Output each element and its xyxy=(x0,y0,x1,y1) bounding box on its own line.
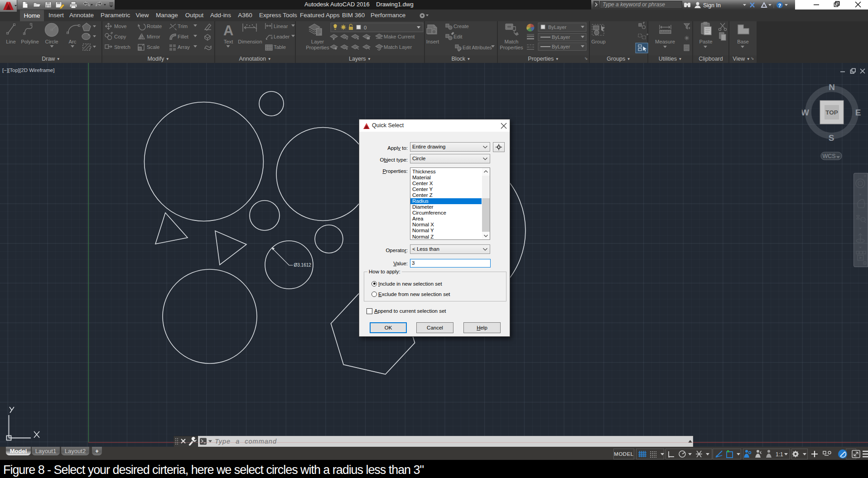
svg-text:E: E xyxy=(855,108,861,117)
svg-text:W: W xyxy=(802,108,809,117)
svg-text:WCS: WCS xyxy=(822,153,835,159)
svg-text:Sign In: Sign In xyxy=(703,2,721,9)
svg-text:S: S xyxy=(829,133,834,143)
svg-text:A: A xyxy=(223,23,233,38)
svg-text:ByLayer: ByLayer xyxy=(552,34,570,40)
svg-text:?: ? xyxy=(778,3,781,8)
svg-text:1:1: 1:1 xyxy=(776,451,783,458)
svg-text:N: N xyxy=(829,82,835,92)
svg-text:TOP: TOP xyxy=(825,109,838,116)
svg-text:ByLayer: ByLayer xyxy=(548,24,567,30)
svg-text:ByLayer: ByLayer xyxy=(552,44,570,49)
svg-text:0: 0 xyxy=(364,25,366,30)
svg-text:Ø3.1612: Ø3.1612 xyxy=(294,263,312,268)
